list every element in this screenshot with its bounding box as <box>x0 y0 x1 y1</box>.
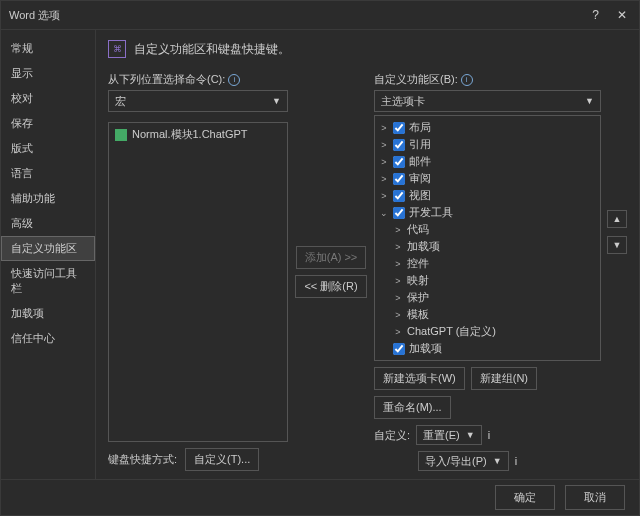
commands-listbox[interactable]: Normal.模块1.ChatGPT <box>108 122 288 442</box>
ribbon-icon: ⌘ <box>108 40 126 58</box>
expander-icon[interactable]: > <box>379 140 389 150</box>
tree-node[interactable]: >代码 <box>379 221 596 238</box>
tree-label: 帮助 <box>409 358 431 361</box>
expander-icon[interactable]: ⌄ <box>379 208 389 218</box>
category-sidebar: 常规显示校对保存版式语言辅助功能高级自定义功能区快速访问工具栏加载项信任中心 <box>1 30 96 479</box>
expander-icon[interactable]: > <box>393 242 403 252</box>
ribbon-tree[interactable]: >布局>引用>邮件>审阅>视图⌄开发工具>代码>加载项>控件>映射>保护>模板>… <box>374 115 601 361</box>
reset-button[interactable]: 重置(E)▼ <box>416 425 482 445</box>
help-icon[interactable]: ? <box>592 8 599 22</box>
page-heading: ⌘ 自定义功能区和键盘快捷键。 <box>108 40 627 58</box>
customize-keyboard-button[interactable]: 自定义(T)... <box>185 448 259 471</box>
info-icon[interactable]: i <box>488 429 490 441</box>
titlebar: Word 选项 ? ✕ <box>1 1 639 29</box>
tree-node[interactable]: >引用 <box>379 136 596 153</box>
word-options-dialog: Word 选项 ? ✕ 常规显示校对保存版式语言辅助功能高级自定义功能区快速访问… <box>0 0 640 516</box>
new-tab-button[interactable]: 新建选项卡(W) <box>374 367 465 390</box>
tree-node[interactable]: >映射 <box>379 272 596 289</box>
move-up-button[interactable]: ▲ <box>607 210 627 228</box>
tree-node[interactable]: >审阅 <box>379 170 596 187</box>
window-title: Word 选项 <box>9 8 592 23</box>
expander-icon[interactable]: > <box>393 327 403 337</box>
chevron-down-icon: ▼ <box>272 96 281 106</box>
tree-node[interactable]: >ChatGPT (自定义) <box>379 323 596 340</box>
cancel-button[interactable]: 取消 <box>565 485 625 510</box>
customize-ribbon-label: 自定义功能区(B):i <box>374 72 601 87</box>
tree-label: 布局 <box>409 120 431 135</box>
tree-label: 视图 <box>409 188 431 203</box>
rename-button[interactable]: 重命名(M)... <box>374 396 451 419</box>
sidebar-item[interactable]: 显示 <box>1 61 95 86</box>
chevron-down-icon: ▼ <box>585 96 594 106</box>
ok-button[interactable]: 确定 <box>495 485 555 510</box>
sidebar-item[interactable]: 信任中心 <box>1 326 95 351</box>
tree-checkbox[interactable] <box>393 190 405 202</box>
macro-icon <box>115 129 127 141</box>
sidebar-item[interactable]: 常规 <box>1 36 95 61</box>
info-icon[interactable]: i <box>515 455 517 467</box>
keyboard-shortcuts-label: 键盘快捷方式: <box>108 452 177 467</box>
tree-checkbox[interactable] <box>393 139 405 151</box>
add-button[interactable]: 添加(A) >> <box>296 246 367 269</box>
tree-node[interactable]: >模板 <box>379 306 596 323</box>
tree-label: 审阅 <box>409 171 431 186</box>
tree-label: 保护 <box>407 290 429 305</box>
tree-node[interactable]: >加载项 <box>379 238 596 255</box>
tree-node[interactable]: >帮助 <box>379 357 596 361</box>
info-icon[interactable]: i <box>228 74 240 86</box>
remove-button[interactable]: << 删除(R) <box>295 275 366 298</box>
expander-icon[interactable]: > <box>393 276 403 286</box>
tree-node[interactable]: >视图 <box>379 187 596 204</box>
expander-icon[interactable]: > <box>379 191 389 201</box>
expander-icon[interactable]: > <box>393 310 403 320</box>
dialog-footer: 确定 取消 <box>1 479 639 515</box>
expander-icon[interactable]: > <box>379 174 389 184</box>
tree-checkbox[interactable] <box>393 360 405 362</box>
expander-icon[interactable]: > <box>393 259 403 269</box>
info-icon[interactable]: i <box>461 74 473 86</box>
sidebar-item[interactable]: 校对 <box>1 86 95 111</box>
expander-icon[interactable]: > <box>379 123 389 133</box>
sidebar-item[interactable]: 高级 <box>1 211 95 236</box>
tree-checkbox[interactable] <box>393 122 405 134</box>
tree-node[interactable]: ⌄开发工具 <box>379 204 596 221</box>
move-down-button[interactable]: ▼ <box>607 236 627 254</box>
tree-node[interactable]: >布局 <box>379 119 596 136</box>
sidebar-item[interactable]: 快速访问工具栏 <box>1 261 95 301</box>
tree-label: 引用 <box>409 137 431 152</box>
import-export-button[interactable]: 导入/导出(P)▼ <box>418 451 509 471</box>
tree-checkbox[interactable] <box>393 173 405 185</box>
tree-label: 控件 <box>407 256 429 271</box>
expander-icon[interactable]: > <box>393 293 403 303</box>
tree-node[interactable]: 加载项 <box>379 340 596 357</box>
tree-checkbox[interactable] <box>393 207 405 219</box>
sidebar-item[interactable]: 版式 <box>1 136 95 161</box>
expander-icon[interactable]: > <box>379 361 389 362</box>
ribbon-target-combo[interactable]: 主选项卡▼ <box>374 90 601 112</box>
tree-checkbox[interactable] <box>393 343 405 355</box>
list-item[interactable]: Normal.模块1.ChatGPT <box>109 123 287 146</box>
close-icon[interactable]: ✕ <box>617 8 627 22</box>
tree-label: ChatGPT (自定义) <box>407 324 496 339</box>
sidebar-item[interactable]: 辅助功能 <box>1 186 95 211</box>
expander-icon[interactable]: > <box>379 157 389 167</box>
sidebar-item[interactable]: 语言 <box>1 161 95 186</box>
tree-label: 映射 <box>407 273 429 288</box>
choose-commands-label: 从下列位置选择命令(C):i <box>108 72 288 87</box>
new-group-button[interactable]: 新建组(N) <box>471 367 537 390</box>
sidebar-item[interactable]: 自定义功能区 <box>1 236 95 261</box>
commands-source-combo[interactable]: 宏▼ <box>108 90 288 112</box>
customizations-label: 自定义: <box>374 428 410 443</box>
tree-node[interactable]: >控件 <box>379 255 596 272</box>
tree-node[interactable]: >邮件 <box>379 153 596 170</box>
tree-label: 加载项 <box>407 239 440 254</box>
sidebar-item[interactable]: 加载项 <box>1 301 95 326</box>
expander-icon[interactable]: > <box>393 225 403 235</box>
heading-text: 自定义功能区和键盘快捷键。 <box>134 41 290 58</box>
tree-node[interactable]: >保护 <box>379 289 596 306</box>
sidebar-item[interactable]: 保存 <box>1 111 95 136</box>
tree-label: 加载项 <box>409 341 442 356</box>
tree-label: 开发工具 <box>409 205 453 220</box>
tree-label: 模板 <box>407 307 429 322</box>
tree-checkbox[interactable] <box>393 156 405 168</box>
